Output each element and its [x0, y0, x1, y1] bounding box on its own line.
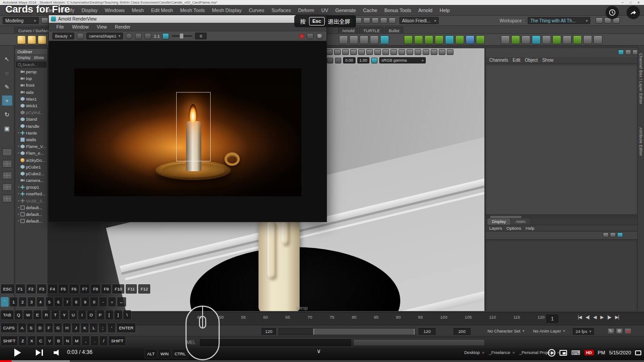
playback-button[interactable]: ▶ — [600, 315, 603, 320]
expand-toggle[interactable]: + — [17, 206, 21, 210]
shelf-icon[interactable] — [563, 35, 572, 44]
audio-notification-icon[interactable] — [307, 33, 314, 39]
status-icon[interactable] — [389, 17, 396, 24]
viewport-toolbar-icon[interactable] — [326, 49, 333, 55]
shelf-icon[interactable] — [27, 35, 36, 44]
layer-menu-item[interactable]: Layers — [489, 223, 502, 234]
layer-icon[interactable] — [610, 232, 616, 237]
gamma-field[interactable]: 1.00 — [357, 57, 370, 63]
layer-icon[interactable] — [617, 232, 623, 237]
candle-model[interactable] — [258, 209, 300, 311]
menubar-item[interactable]: Bonus Tools — [381, 5, 415, 16]
range-start-field[interactable]: 120 — [262, 328, 276, 335]
outliner-item[interactable]: + persp — [15, 68, 47, 75]
shelf-tab[interactable]: Bullet — [385, 27, 403, 34]
shelf-icon[interactable] — [435, 35, 444, 44]
expand-toggle[interactable]: + — [17, 185, 21, 189]
status-icon[interactable] — [596, 17, 603, 24]
playback-button[interactable]: |▶ — [607, 315, 611, 320]
outliner-item[interactable]: + Stand — [15, 116, 47, 122]
scrollbar-thumb[interactable] — [490, 216, 521, 218]
channel-box-area[interactable] — [486, 64, 637, 215]
layout-button[interactable] — [2, 172, 12, 179]
exposure-icon[interactable] — [335, 58, 341, 63]
status-icon[interactable] — [363, 17, 370, 24]
outliner-item[interactable]: + pCube2... — [15, 170, 47, 177]
play-button[interactable] — [14, 349, 21, 357]
layer-icon[interactable] — [603, 232, 609, 237]
watch-later-button[interactable] — [606, 6, 619, 19]
shelf-icon[interactable] — [445, 35, 454, 44]
menubar-item[interactable]: Deform — [294, 5, 318, 16]
menubar-item[interactable]: Mesh — [128, 5, 148, 16]
outliner-item[interactable]: + side — [15, 89, 47, 96]
anim-layer-dropdown[interactable]: No Anim Layer▾ — [533, 328, 565, 333]
expand-toggle[interactable]: + — [17, 219, 21, 223]
user-preset-dropdown[interactable]: Alison Friedl...▾ — [399, 17, 439, 24]
menubar-item[interactable]: Display — [78, 5, 101, 16]
shelf-icon[interactable] — [380, 35, 389, 44]
outliner-item[interactable]: + Wick1 — [15, 102, 47, 109]
outliner-item[interactable]: + Flame_V... — [15, 143, 47, 150]
menu-set-dropdown[interactable]: Modeling▾ — [3, 17, 38, 24]
exposure-field[interactable]: 0.00 — [343, 57, 356, 63]
outliner-item[interactable]: + roseRed... — [15, 190, 47, 197]
panel-icon[interactable] — [618, 50, 624, 55]
shelf-icon[interactable] — [511, 35, 520, 44]
arnold-menu-item[interactable]: Window — [68, 23, 93, 31]
shelf-icon[interactable] — [17, 35, 26, 44]
miniplayer-button[interactable] — [559, 350, 567, 356]
animation-end-field[interactable]: 200 — [453, 328, 470, 335]
menubar-item[interactable]: Arnold — [415, 5, 436, 16]
viewport-toolbar-icon[interactable] — [366, 49, 373, 55]
status-icon[interactable] — [372, 17, 379, 24]
outliner-item[interactable]: + default... — [15, 211, 47, 218]
update-button[interactable] — [144, 33, 151, 39]
shelf-icon[interactable] — [370, 35, 379, 44]
arnold-menu-item[interactable]: View — [93, 23, 111, 31]
menubar-item[interactable]: Help — [436, 5, 453, 16]
shelf-icon[interactable] — [424, 35, 433, 44]
outliner-item[interactable]: + front — [15, 82, 47, 88]
viewport-toolbar-icon[interactable] — [358, 49, 365, 55]
menubar-item[interactable]: Surfaces — [268, 5, 294, 16]
viewport-toolbar-icon[interactable] — [350, 49, 357, 55]
snapshot-button[interactable] — [135, 33, 142, 39]
status-icon[interactable] — [380, 17, 387, 24]
outliner-item[interactable]: + top — [15, 75, 47, 82]
color-management-icon[interactable] — [327, 58, 333, 63]
viewport-toolbar-icon[interactable] — [334, 49, 341, 55]
expand-toggle[interactable]: + — [17, 144, 21, 148]
viewport-toolbar-icon[interactable] — [374, 49, 381, 55]
select-tool[interactable]: ↖ — [2, 54, 13, 64]
tab-attribute-editor[interactable]: Attribute Editor — [639, 127, 643, 156]
status-icon[interactable] — [41, 17, 48, 24]
viewport-toolbar-icon[interactable] — [415, 49, 421, 55]
menubar-item[interactable]: Mesh Display — [208, 5, 245, 16]
expand-toggle[interactable]: + — [17, 131, 21, 135]
volume-icon[interactable] — [54, 349, 62, 356]
outliner-item[interactable]: + camera... — [15, 177, 47, 184]
next-button[interactable] — [36, 349, 43, 356]
shelf-tab[interactable]: TURTLE — [359, 27, 384, 34]
outliner-item[interactable]: + default... — [15, 218, 47, 224]
shelf-icon[interactable] — [349, 35, 358, 44]
playback-button[interactable]: ▶| — [615, 315, 619, 320]
arnold-menu-item[interactable]: Render — [111, 23, 134, 31]
outliner-item[interactable]: + default... — [15, 204, 47, 211]
close-button[interactable]: ✕ — [635, 1, 642, 4]
shelf-icon[interactable] — [38, 35, 47, 44]
outliner-menu-item[interactable]: Display — [17, 55, 31, 61]
outliner-item[interactable]: + Walls — [15, 136, 47, 143]
expand-toggle[interactable]: + — [17, 212, 21, 216]
layout-button[interactable] — [2, 195, 12, 202]
arnold-renderview-window[interactable]: Arnold RenderView ─ □ ✕ FileWindowViewRe… — [48, 15, 327, 222]
menubar-item[interactable]: Generate — [332, 5, 360, 16]
render-settings-icon[interactable]: ⚙ — [316, 33, 323, 39]
shelf-icon[interactable] — [476, 35, 485, 44]
tab-channel-box-layer-editor[interactable]: Channel Box / Layer Editor — [639, 53, 643, 105]
arnold-menu-item[interactable]: File — [52, 23, 68, 31]
viewport-toolbar-icon[interactable] — [398, 49, 405, 55]
shelf-icon[interactable] — [573, 35, 582, 44]
scale-tool[interactable]: ▣ — [2, 123, 13, 134]
